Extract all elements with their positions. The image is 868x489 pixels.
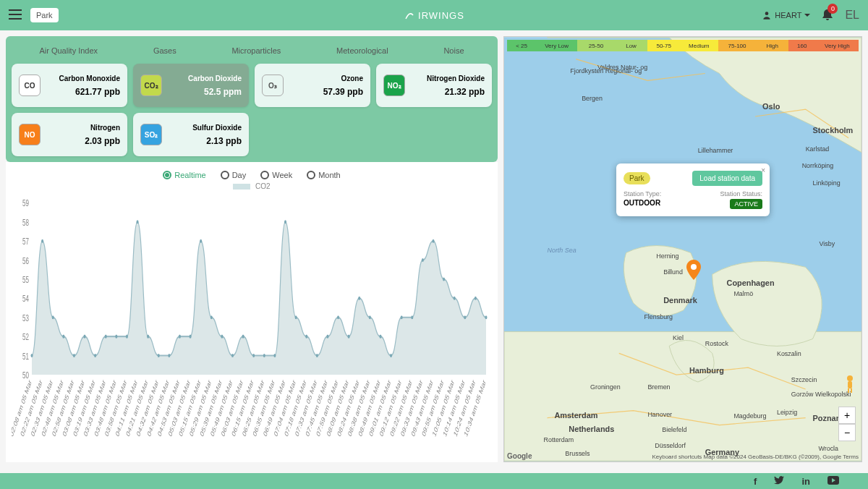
svg-text:59: 59: [22, 197, 29, 208]
user-initials[interactable]: EL: [845, 9, 859, 22]
radio-icon: [260, 171, 269, 179]
svg-text:58: 58: [22, 217, 29, 228]
svg-text:Linköping: Linköping: [813, 179, 841, 187]
linkedin-icon[interactable]: in: [801, 476, 810, 487]
category-tabs: Air Quality Index Gases Microparticles M…: [12, 42, 492, 64]
tab-aqi[interactable]: Air Quality Index: [35, 45, 102, 56]
map-canvas[interactable]: North Sea Oslo Bergen Lillehammer Karlst…: [504, 37, 861, 462]
svg-text:Herning: Herning: [656, 252, 678, 260]
svg-point-7: [94, 354, 96, 357]
svg-text:Norrköping: Norrköping: [802, 162, 834, 169]
svg-point-15: [179, 335, 181, 339]
tab-meteorological[interactable]: Meteorological: [332, 45, 393, 56]
aqi-legend-segment: 50-75Medium: [647, 40, 718, 51]
twitter-icon[interactable]: [774, 476, 784, 487]
svg-point-32: [358, 297, 360, 300]
range-month[interactable]: Month: [307, 171, 341, 179]
svg-point-42: [464, 315, 466, 319]
svg-text:Wrocla: Wrocla: [818, 445, 838, 452]
radio-icon: [221, 171, 229, 179]
svg-point-31: [348, 335, 350, 339]
app-header: Park IRWINGS HEART 0 EL: [0, 0, 868, 30]
station-marker[interactable]: [686, 260, 701, 282]
google-logo: Google: [507, 452, 532, 460]
gas-card-1[interactable]: CO₂ Carbon Dioxide 52.5 ppm: [133, 64, 249, 107]
gas-card-2[interactable]: O₃ Ozone 57.39 ppb: [255, 64, 370, 107]
gas-card-0[interactable]: CO Carbon Monoxide 621.77 ppb: [12, 64, 127, 107]
svg-text:Lillehammer: Lillehammer: [698, 147, 733, 154]
svg-text:Oslo: Oslo: [762, 102, 780, 111]
svg-text:North Sea: North Sea: [548, 247, 576, 254]
load-station-button[interactable]: Load station data: [692, 171, 762, 186]
location-chip[interactable]: Park: [30, 8, 59, 22]
svg-text:Szczecin: Szczecin: [791, 376, 817, 383]
gas-card-3[interactable]: NO₂ Nitrogen Dioxide 21.32 ppb: [376, 64, 492, 107]
gas-title: Nitrogen: [46, 124, 120, 132]
person-icon: [762, 10, 772, 20]
svg-point-11: [137, 220, 139, 224]
svg-text:Denmark: Denmark: [663, 296, 698, 305]
svg-point-43: [475, 297, 477, 300]
gas-title: Sulfur Dioxide: [168, 124, 242, 132]
co2-area-chart[interactable]: 5051525354555657585902:08 am 05 Mar02:22…: [12, 193, 492, 459]
svg-text:52: 52: [22, 331, 29, 342]
svg-point-27: [305, 335, 307, 339]
svg-point-23: [263, 354, 265, 357]
close-icon[interactable]: ×: [761, 166, 765, 174]
notifications-button[interactable]: 0: [822, 8, 833, 23]
svg-text:Bielefeld: Bielefeld: [662, 426, 686, 433]
svg-point-24: [273, 354, 276, 357]
tab-gases[interactable]: Gases: [149, 45, 181, 56]
heart-dropdown[interactable]: HEART: [762, 10, 810, 20]
gas-icon: CO: [19, 75, 41, 96]
svg-text:Valdres Natur- og: Valdres Natur- og: [597, 64, 647, 72]
svg-point-0: [765, 12, 769, 15]
pegman-icon[interactable]: [843, 374, 857, 396]
gas-value: 52.5 ppm: [168, 87, 242, 97]
svg-point-2: [41, 239, 43, 243]
tab-microparticles[interactable]: Microparticles: [227, 45, 285, 56]
svg-point-5: [73, 354, 75, 357]
tab-noise[interactable]: Noise: [439, 45, 468, 56]
svg-point-20: [231, 354, 234, 357]
svg-point-21: [242, 335, 244, 339]
legend-label: CO2: [255, 182, 271, 190]
svg-text:56: 56: [22, 255, 29, 265]
svg-point-18: [210, 315, 213, 319]
svg-point-12: [147, 335, 149, 339]
svg-point-26: [295, 315, 297, 319]
svg-text:Bremen: Bremen: [647, 383, 670, 391]
station-status-badge: ACTIVE: [730, 199, 762, 209]
radio-icon: [163, 171, 171, 179]
svg-text:57: 57: [22, 236, 29, 247]
youtube-icon[interactable]: [827, 476, 839, 487]
facebook-icon[interactable]: f: [754, 476, 757, 487]
svg-point-41: [454, 297, 456, 300]
range-realtime[interactable]: Realtime: [163, 171, 205, 179]
time-range-selector: RealtimeDayWeekMonth: [12, 171, 492, 179]
svg-point-137: [691, 264, 697, 270]
aqi-legend-segment: < 25Very Low: [507, 40, 577, 51]
gas-card-4[interactable]: NO Nitrogen 2.03 ppb: [12, 113, 127, 156]
menu-icon[interactable]: [9, 9, 22, 22]
svg-text:Rotterdam: Rotterdam: [544, 436, 574, 443]
gas-card-5[interactable]: SO₂ Sulfur Dioxide 2.13 ppb: [133, 113, 249, 156]
map-container[interactable]: < 25Very Low25-50Low50-75Medium75-100Hig…: [503, 36, 862, 462]
svg-text:Koszalin: Koszalin: [777, 350, 801, 357]
svg-text:Malmö: Malmö: [733, 290, 753, 297]
gas-title: Carbon Monoxide: [46, 75, 120, 82]
svg-text:Düsseldorf: Düsseldorf: [655, 442, 686, 449]
range-week[interactable]: Week: [260, 171, 292, 179]
zoom-out-button[interactable]: −: [838, 424, 856, 441]
zoom-in-button[interactable]: +: [838, 407, 856, 424]
svg-text:Rostock: Rostock: [705, 340, 729, 347]
svg-point-25: [284, 220, 286, 224]
range-day[interactable]: Day: [221, 171, 247, 179]
svg-point-9: [115, 335, 117, 339]
radio-icon: [307, 171, 315, 179]
svg-text:Groningen: Groningen: [590, 383, 621, 391]
brand-logo: IRWINGS: [404, 9, 464, 21]
station-popup: × Park Load station data Station Type: O…: [616, 163, 770, 216]
station-type-value: OUTDOOR: [624, 199, 661, 207]
map-attribution: Keyboard shortcuts Map data ©2024 GeoBas…: [652, 454, 859, 460]
